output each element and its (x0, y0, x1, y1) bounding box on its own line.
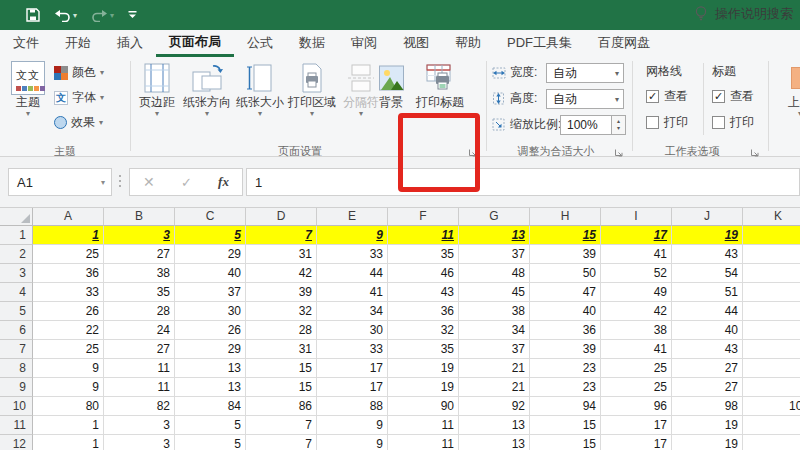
tab-1[interactable]: 开始 (52, 30, 104, 57)
cell-C10[interactable]: 84 (175, 397, 246, 416)
customize-quick-access-button[interactable] (128, 10, 137, 20)
margins-button[interactable]: 页边距 ▾ (134, 60, 180, 118)
cell-E9[interactable]: 17 (317, 378, 388, 397)
cell-G9[interactable]: 21 (459, 378, 530, 397)
cell-K11[interactable] (743, 416, 800, 435)
cell-D1[interactable]: 7 (246, 226, 317, 245)
tab-5[interactable]: 数据 (286, 30, 338, 57)
column-header-K[interactable]: K (743, 208, 800, 226)
cell-I11[interactable]: 17 (601, 416, 672, 435)
cell-D10[interactable]: 86 (246, 397, 317, 416)
cell-A4[interactable]: 33 (33, 283, 104, 302)
cell-H5[interactable]: 40 (530, 302, 601, 321)
cell-B9[interactable]: 11 (104, 378, 175, 397)
print-titles-button[interactable]: 打印标题 (406, 60, 474, 109)
cell-I2[interactable]: 41 (601, 245, 672, 264)
sheet-options-dialog-launcher[interactable] (750, 144, 761, 155)
cell-F4[interactable]: 43 (388, 283, 459, 302)
cell-G7[interactable]: 37 (459, 340, 530, 359)
cell-D5[interactable]: 32 (246, 302, 317, 321)
formula-bar-resize-handle[interactable] (119, 175, 121, 187)
cell-B2[interactable]: 27 (104, 245, 175, 264)
cell-A5[interactable]: 26 (33, 302, 104, 321)
cell-G5[interactable]: 38 (459, 302, 530, 321)
scale-spinner[interactable]: ▴▾ (612, 115, 626, 135)
gridlines-view-row[interactable]: ✓ 查看 (646, 88, 688, 105)
select-all-corner[interactable] (0, 208, 33, 226)
cell-B10[interactable]: 82 (104, 397, 175, 416)
cell-K10[interactable]: 100 (743, 397, 800, 416)
column-header-C[interactable]: C (175, 208, 246, 226)
tell-me-search[interactable]: 操作说明搜索 (694, 0, 793, 27)
cell-C11[interactable]: 5 (175, 416, 246, 435)
gridlines-print-checkbox[interactable] (646, 116, 659, 129)
cell-E1[interactable]: 9 (317, 226, 388, 245)
cell-J4[interactable]: 51 (672, 283, 743, 302)
cell-F10[interactable]: 90 (388, 397, 459, 416)
bring-forward-button[interactable]: 上移 ▾ (778, 60, 800, 118)
scale-stepper[interactable]: 100% ▴▾ (560, 115, 626, 135)
cell-E3[interactable]: 44 (317, 264, 388, 283)
cell-I4[interactable]: 49 (601, 283, 672, 302)
cell-J9[interactable]: 27 (672, 378, 743, 397)
cell-G10[interactable]: 92 (459, 397, 530, 416)
cell-D12[interactable]: 7 (246, 435, 317, 450)
theme-colors-button[interactable]: 颜色▾ (54, 64, 104, 81)
cell-D6[interactable]: 28 (246, 321, 317, 340)
cell-H2[interactable]: 39 (530, 245, 601, 264)
row-header-11[interactable]: 11 (0, 416, 33, 435)
cell-J3[interactable]: 54 (672, 264, 743, 283)
cell-F12[interactable]: 11 (388, 435, 459, 450)
row-header-12[interactable]: 12 (0, 435, 33, 450)
tab-0[interactable]: 文件 (0, 30, 52, 57)
cell-D2[interactable]: 31 (246, 245, 317, 264)
cell-C12[interactable]: 5 (175, 435, 246, 450)
cell-G11[interactable]: 13 (459, 416, 530, 435)
cell-I12[interactable]: 17 (601, 435, 672, 450)
cell-E4[interactable]: 41 (317, 283, 388, 302)
cell-E7[interactable]: 33 (317, 340, 388, 359)
row-header-3[interactable]: 3 (0, 264, 33, 283)
cell-I6[interactable]: 38 (601, 321, 672, 340)
cell-J10[interactable]: 98 (672, 397, 743, 416)
cell-K1[interactable] (743, 226, 800, 245)
cell-E6[interactable]: 30 (317, 321, 388, 340)
cell-J1[interactable]: 19 (672, 226, 743, 245)
insert-function-button[interactable]: fx (218, 174, 229, 190)
cell-H12[interactable]: 15 (530, 435, 601, 450)
tab-2[interactable]: 插入 (104, 30, 156, 57)
cell-H8[interactable]: 23 (530, 359, 601, 378)
tab-4[interactable]: 公式 (234, 30, 286, 57)
cell-A9[interactable]: 9 (33, 378, 104, 397)
cell-J7[interactable]: 43 (672, 340, 743, 359)
cell-B8[interactable]: 11 (104, 359, 175, 378)
cell-H4[interactable]: 47 (530, 283, 601, 302)
page-setup-dialog-launcher[interactable] (468, 144, 479, 155)
row-header-7[interactable]: 7 (0, 340, 33, 359)
column-header-F[interactable]: F (388, 208, 459, 226)
cell-I8[interactable]: 25 (601, 359, 672, 378)
tab-7[interactable]: 视图 (390, 30, 442, 57)
cell-F2[interactable]: 35 (388, 245, 459, 264)
cell-B1[interactable]: 3 (104, 226, 175, 245)
column-header-G[interactable]: G (459, 208, 530, 226)
cell-G4[interactable]: 45 (459, 283, 530, 302)
background-button[interactable]: 背景 (376, 60, 406, 109)
cell-A2[interactable]: 25 (33, 245, 104, 264)
cell-D3[interactable]: 42 (246, 264, 317, 283)
gridlines-view-checkbox[interactable]: ✓ (646, 90, 659, 103)
cell-E12[interactable]: 9 (317, 435, 388, 450)
formula-input[interactable]: 1 (246, 168, 800, 196)
save-button[interactable] (26, 8, 40, 22)
column-header-I[interactable]: I (601, 208, 672, 226)
tab-10[interactable]: 百度网盘 (585, 30, 663, 57)
cell-A6[interactable]: 22 (33, 321, 104, 340)
gridlines-print-row[interactable]: 打印 (646, 114, 688, 131)
cell-J11[interactable]: 19 (672, 416, 743, 435)
cell-F3[interactable]: 46 (388, 264, 459, 283)
cell-G1[interactable]: 13 (459, 226, 530, 245)
cell-C9[interactable]: 13 (175, 378, 246, 397)
cell-B4[interactable]: 35 (104, 283, 175, 302)
cell-A11[interactable]: 1 (33, 416, 104, 435)
cell-F7[interactable]: 35 (388, 340, 459, 359)
